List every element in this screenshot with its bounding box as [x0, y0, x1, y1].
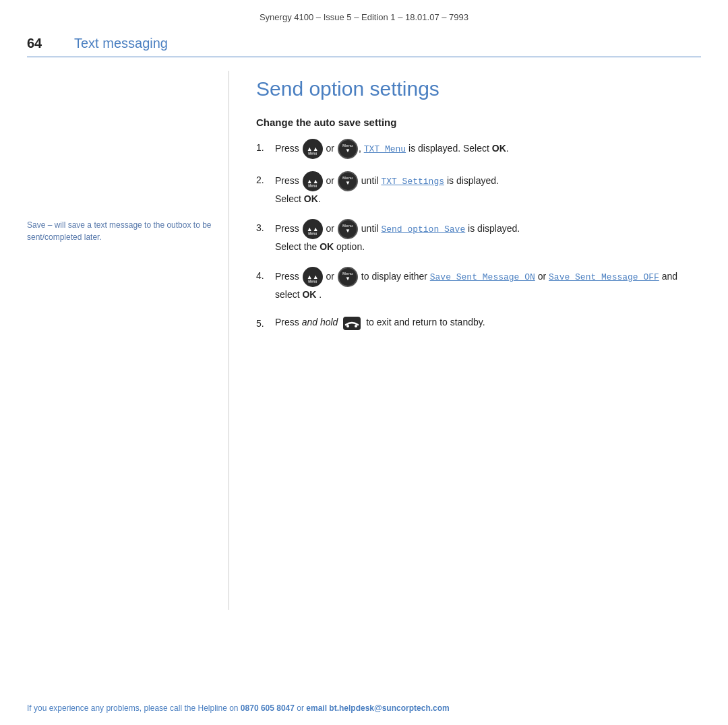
step-3-menu-item: Send option Save	[381, 224, 465, 234]
step-3-content: Press ▲Menu or Menu ▼ until Send option …	[275, 219, 701, 255]
sub-heading: Change the auto save setting	[256, 117, 701, 128]
step-2-menu-item: TXT Settings	[381, 177, 444, 187]
step-5: 5. Press and hold to exit and return to …	[256, 315, 701, 331]
page-layout: 64 Text messaging Save – will save a tex…	[0, 29, 728, 610]
footer-or: or	[295, 703, 306, 713]
section-title: Text messaging	[74, 36, 168, 51]
button-icon-menu-3: Menu ▼	[338, 219, 358, 239]
step-4-menu-item1: Save Sent Message ON	[430, 272, 535, 282]
step-1-content: Press ▲Menu or Menu ▼ , TXT Menu is disp…	[275, 139, 701, 159]
step-1: 1. Press ▲Menu or Menu ▼ , TXT Menu is d…	[256, 139, 701, 159]
button-icon-menu-2: Menu ▼	[338, 171, 358, 191]
content-area: Save – will save a text message to the o…	[27, 57, 701, 610]
step-1-menu-item: TXT Menu	[364, 144, 406, 154]
page-footer: If you experience any problems, please c…	[27, 703, 701, 713]
step-4-number: 4.	[256, 267, 275, 283]
step-2: 2. Press ▲Menu or Menu ▼ until TXT Setti…	[256, 171, 701, 207]
step-1-ok: OK	[492, 143, 506, 154]
svg-point-1	[346, 325, 349, 327]
section-number: 64	[27, 36, 74, 51]
end-call-icon	[342, 315, 362, 332]
step-2-number: 2.	[256, 171, 275, 187]
step-4-menu-item2: Save Sent Message OFF	[549, 272, 659, 282]
header-title: Synergy 4100 – Issue 5 – Edition 1 – 18.…	[260, 12, 468, 22]
main-title: Send option settings	[256, 77, 701, 100]
svg-point-2	[355, 325, 357, 327]
section-header: 64 Text messaging	[27, 29, 701, 57]
button-icon-up-4: ▲Menu	[303, 267, 323, 287]
main-content: Send option settings Change the auto sav…	[229, 71, 701, 610]
step-5-number: 5.	[256, 315, 275, 331]
button-icon-up-2: ▲Menu	[303, 171, 323, 191]
step-1-number: 1.	[256, 139, 275, 155]
button-icon-up-3: ▲Menu	[303, 219, 323, 239]
step-2-content: Press ▲Menu or Menu ▼ until TXT Settings…	[275, 171, 701, 207]
step-4: 4. Press ▲Menu or Menu ▼ to display eith…	[256, 267, 701, 303]
footer-text: If you experience any problems, please c…	[27, 703, 241, 713]
steps-list: 1. Press ▲Menu or Menu ▼ , TXT Menu is d…	[256, 139, 701, 332]
sidebar-note: Save – will save a text message to the o…	[27, 220, 212, 242]
sidebar: Save – will save a text message to the o…	[27, 71, 229, 610]
button-icon-menu-1: Menu ▼	[338, 139, 358, 159]
step-5-content: Press and hold to exit and return to sta…	[275, 315, 701, 331]
step-3-ok: OK	[320, 241, 334, 252]
page-header: Synergy 4100 – Issue 5 – Edition 1 – 18.…	[0, 0, 728, 29]
step-5-italic: and hold	[302, 317, 338, 327]
step-2-ok: OK	[304, 193, 318, 204]
step-4-content: Press ▲Menu or Menu ▼ to display either …	[275, 267, 701, 303]
step-3: 3. Press ▲Menu or Menu ▼ until Send opti…	[256, 219, 701, 255]
footer-phone: 0870 605 8047	[241, 703, 295, 713]
step-4-ok: OK	[302, 289, 316, 300]
step-3-number: 3.	[256, 219, 275, 235]
footer-email: email bt.helpdesk@suncorptech.com	[306, 703, 449, 713]
button-icon-up-1: ▲Menu	[303, 139, 323, 159]
button-icon-menu-4: Menu ▼	[338, 267, 358, 287]
